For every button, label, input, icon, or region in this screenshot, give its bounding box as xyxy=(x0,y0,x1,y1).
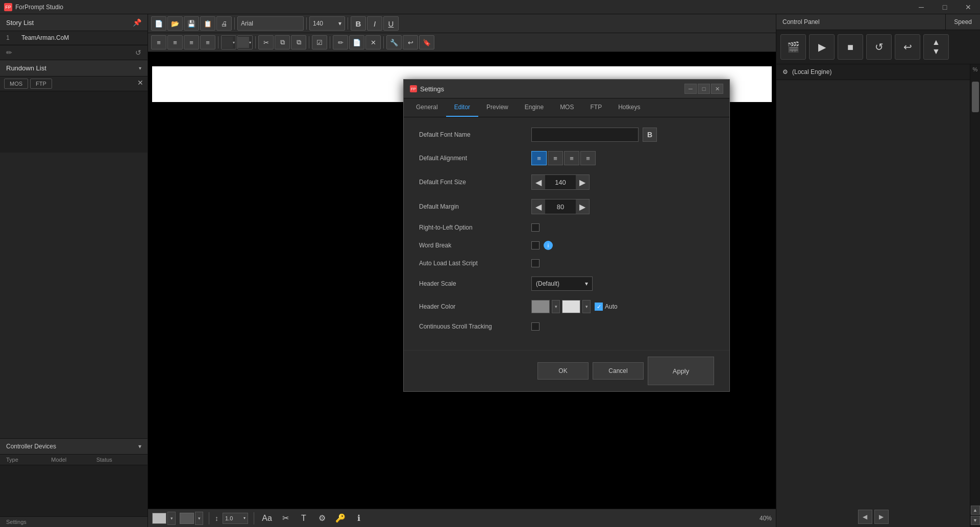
tab-editor[interactable]: Editor xyxy=(446,98,478,117)
bottom-color-arrow[interactable]: ▾ xyxy=(167,512,176,525)
auto-load-checkbox[interactable] xyxy=(531,259,540,267)
align-center-setting-button[interactable]: ≡ xyxy=(548,151,563,165)
tab-general[interactable]: General xyxy=(408,98,446,117)
header-color-swatch1[interactable] xyxy=(531,300,550,313)
nav-right-button[interactable]: ▶ xyxy=(874,510,889,524)
header-scale-control: (Default) ▾ xyxy=(531,277,714,291)
maximize-button[interactable]: □ xyxy=(933,0,957,14)
pin-icon[interactable]: 📌 xyxy=(133,18,141,27)
story-item[interactable]: 1 TeamArman.CoM xyxy=(0,31,148,45)
margin-increase-button[interactable]: ▶ xyxy=(576,199,589,214)
paste-button[interactable]: ⧉ xyxy=(291,35,306,49)
format-button[interactable]: 🔧 xyxy=(386,35,402,49)
bottom-color-box[interactable] xyxy=(152,513,166,524)
align-center-button[interactable]: ≡ xyxy=(167,35,183,49)
align-right-setting-button[interactable]: ≡ xyxy=(564,151,579,165)
cancel-button[interactable]: Cancel xyxy=(593,362,644,380)
nav-left-button[interactable]: ◀ xyxy=(858,510,872,524)
tab-engine[interactable]: Engine xyxy=(517,98,552,117)
scrollbar-thumb[interactable] xyxy=(972,82,979,112)
delete-button[interactable]: ✕ xyxy=(365,35,381,49)
tab-mos[interactable]: MOS xyxy=(552,98,582,117)
font-name-input[interactable] xyxy=(237,16,304,31)
controller-dropdown-arrow[interactable]: ▾ xyxy=(138,443,141,450)
bottom-second-color[interactable] xyxy=(180,513,194,524)
copy-button[interactable]: ⧉ xyxy=(275,35,290,49)
font-bold-button[interactable]: B xyxy=(643,128,657,142)
font-name-field[interactable] xyxy=(531,128,639,142)
scroll-up-button[interactable]: ▲ xyxy=(971,506,980,515)
bold-button[interactable]: B xyxy=(351,16,366,31)
close-button[interactable]: ✕ xyxy=(957,0,980,14)
settings-icon-btn[interactable]: ⚙ xyxy=(315,511,329,525)
header-auto-checkbox[interactable] xyxy=(595,303,603,311)
tab-hotkeys[interactable]: Hotkeys xyxy=(610,98,648,117)
align-right-button[interactable]: ≡ xyxy=(184,35,199,49)
line-spacing-dropdown[interactable]: 1.0 ▾ xyxy=(223,513,248,524)
header-color-arrow1[interactable]: ▾ xyxy=(552,300,560,313)
header-color-arrow2[interactable]: ▾ xyxy=(582,300,591,313)
undo-button[interactable]: ↩ xyxy=(403,35,418,49)
text-color-button[interactable]: ▾ xyxy=(221,35,236,49)
margin-decrease-button[interactable]: ◀ xyxy=(532,199,545,214)
print-button[interactable]: 🖨 xyxy=(216,16,232,31)
refresh-icon[interactable]: ↺ xyxy=(135,48,141,57)
rundown-dropdown-arrow[interactable]: ▾ xyxy=(139,65,141,71)
italic-button[interactable]: I xyxy=(367,16,382,31)
font-size-decrease-button[interactable]: ◀ xyxy=(532,175,545,189)
modal-close-button[interactable]: ✕ xyxy=(711,84,723,94)
speed-control[interactable]: ▲ ▼ xyxy=(923,34,949,60)
underline-button[interactable]: U xyxy=(383,16,399,31)
edit-icon[interactable]: ✏ xyxy=(6,48,12,57)
play-button[interactable]: ▶ xyxy=(809,34,835,60)
rewind-button[interactable]: ↩ xyxy=(895,34,920,60)
rundown-tab-ftp[interactable]: FTP xyxy=(30,79,52,89)
info-icon-btn[interactable]: ℹ xyxy=(352,511,366,525)
modal-maximize-button[interactable]: □ xyxy=(698,84,710,94)
stop-button[interactable]: ■ xyxy=(838,34,863,60)
save-as-button[interactable]: 📋 xyxy=(200,16,215,31)
scroll-down-button[interactable]: ▼ xyxy=(971,516,980,525)
loop-button[interactable]: ↺ xyxy=(866,34,892,60)
align-left-setting-button[interactable]: ≡ xyxy=(531,151,547,165)
checkbox-button[interactable]: ☑ xyxy=(312,35,327,49)
align-justify-setting-button[interactable]: ≡ xyxy=(580,151,596,165)
cut-button[interactable]: ✂ xyxy=(258,35,274,49)
modal-body: Default Font Name B Default Alignment ≡ … xyxy=(404,117,729,350)
doc-button[interactable]: 📄 xyxy=(349,35,364,49)
font-size-arrow: ▾ xyxy=(338,20,341,27)
tab-preview[interactable]: Preview xyxy=(478,98,517,117)
modal-minimize-button[interactable]: ─ xyxy=(684,84,697,94)
tab-ftp[interactable]: FTP xyxy=(582,98,610,117)
text-T-icon-btn[interactable]: T xyxy=(297,511,311,525)
new-file-button[interactable]: 📄 xyxy=(151,16,166,31)
font-size-dropdown[interactable]: 140 ▾ xyxy=(309,16,345,31)
margin-input[interactable] xyxy=(545,199,576,214)
record-button[interactable]: 🎬 xyxy=(780,34,806,60)
continuous-scroll-checkbox[interactable] xyxy=(531,322,540,331)
header-scale-dropdown[interactable]: (Default) ▾ xyxy=(531,277,593,291)
brush-button[interactable]: ✏ xyxy=(333,35,348,49)
bg-color-button[interactable]: ▾ xyxy=(237,35,253,49)
header-color-swatch2[interactable] xyxy=(562,300,580,313)
align-left-button[interactable]: ≡ xyxy=(151,35,166,49)
font-size-increase-button[interactable]: ▶ xyxy=(576,175,589,189)
word-break-checkbox[interactable] xyxy=(531,241,540,249)
align-justify-button[interactable]: ≡ xyxy=(200,35,215,49)
key-icon-btn[interactable]: 🔑 xyxy=(333,511,348,525)
bottom-second-color-arrow[interactable]: ▾ xyxy=(195,512,203,525)
open-file-button[interactable]: 📂 xyxy=(167,16,183,31)
apply-button[interactable]: Apply xyxy=(648,357,714,385)
rundown-close-button[interactable]: ✕ xyxy=(137,79,143,89)
right-scrollbar[interactable]: % ▲ ▼ xyxy=(970,64,980,527)
save-button[interactable]: 💾 xyxy=(184,16,199,31)
rtl-checkbox[interactable] xyxy=(531,223,540,232)
rundown-tab-mos[interactable]: MOS xyxy=(4,79,28,89)
minimize-button[interactable]: ─ xyxy=(910,0,933,14)
bookmark-button[interactable]: 🔖 xyxy=(419,35,434,49)
font-size-input[interactable] xyxy=(545,175,576,189)
font-size-icon-btn[interactable]: Aa xyxy=(260,511,274,525)
word-break-info-icon[interactable]: i xyxy=(544,241,553,250)
ok-button[interactable]: OK xyxy=(537,362,589,380)
scissors-icon-btn[interactable]: ✂ xyxy=(278,511,292,525)
